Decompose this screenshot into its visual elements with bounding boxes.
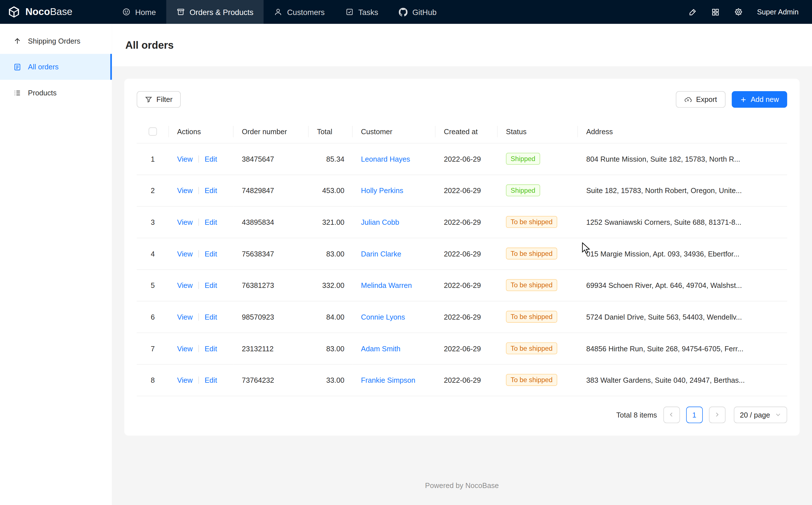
table-row: 4ViewEdit7563834783.00Darin Clarke2022-0…	[137, 238, 787, 270]
view-link[interactable]: View	[177, 186, 193, 194]
table-row: 1ViewEdit3847564785.34Leonard Hayes2022-…	[137, 143, 787, 175]
orders-table-body: 1ViewEdit3847564785.34Leonard Hayes2022-…	[137, 143, 787, 396]
customer-link[interactable]: Frankie Simpson	[361, 376, 415, 384]
orders-card: Filter Export Add	[124, 79, 800, 436]
filter-icon	[145, 96, 153, 103]
created-at-cell: 2022-06-29	[436, 143, 498, 175]
add-new-button-label: Add new	[751, 96, 779, 104]
created-at-cell: 2022-06-29	[436, 175, 498, 206]
address-cell: 1252 Swaniawski Corners, Suite 688, 8137…	[578, 206, 787, 238]
status-cell: Shipped	[498, 175, 578, 206]
action-divider	[198, 281, 199, 289]
created-at-cell: 2022-06-29	[436, 333, 498, 364]
chevron-right-icon	[714, 412, 720, 417]
nav-item-home[interactable]: Home	[112, 0, 166, 24]
table-row: 5ViewEdit76381273332.00Melinda Warren202…	[137, 269, 787, 301]
pagination: Total 8 items 1 20 / page	[137, 406, 787, 423]
sidebar-item-shipping-orders[interactable]: Shipping Orders	[0, 28, 112, 54]
github-icon	[399, 8, 408, 16]
sidebar-item-all-orders[interactable]: All orders	[0, 54, 112, 79]
next-page-button[interactable]	[709, 406, 726, 423]
column-header-customer: Customer	[353, 120, 436, 143]
view-link[interactable]: View	[177, 376, 193, 384]
customer-link[interactable]: Connie Lyons	[361, 313, 405, 321]
customer-cell: Julian Cobb	[353, 206, 436, 238]
add-new-button[interactable]: Add new	[731, 91, 787, 108]
order-number-cell: 73764232	[234, 364, 309, 396]
status-badge: To be shipped	[506, 342, 557, 354]
view-link[interactable]: View	[177, 249, 193, 258]
edit-link[interactable]: Edit	[205, 281, 217, 289]
edit-link[interactable]: Edit	[205, 249, 217, 258]
customer-link[interactable]: Holly Perkins	[361, 186, 403, 194]
page-header: All orders	[112, 24, 812, 66]
sidebar-item-label: All orders	[28, 62, 58, 71]
gear-icon[interactable]	[734, 7, 743, 17]
edit-link[interactable]: Edit	[205, 344, 217, 352]
filter-button[interactable]: Filter	[137, 91, 181, 108]
customer-link[interactable]: Adam Smith	[361, 344, 400, 352]
action-divider	[198, 187, 199, 194]
row-index-cell: 2	[137, 175, 169, 206]
view-link[interactable]: View	[177, 155, 193, 163]
page-size-select[interactable]: 20 / page	[734, 406, 787, 423]
customer-link[interactable]: Darin Clarke	[361, 249, 401, 258]
nav-item-tasks[interactable]: Tasks	[335, 0, 388, 24]
edit-link[interactable]: Edit	[205, 186, 217, 194]
highlighter-icon[interactable]	[688, 8, 697, 16]
row-actions-cell: ViewEdit	[169, 238, 234, 270]
action-divider	[198, 155, 199, 162]
created-at-cell: 2022-06-29	[436, 301, 498, 333]
row-actions-cell: ViewEdit	[169, 143, 234, 175]
total-cell: 83.00	[309, 333, 353, 364]
view-link[interactable]: View	[177, 313, 193, 321]
content-area: Filter Export Add	[112, 66, 812, 505]
order-number-cell: 74829847	[234, 175, 309, 206]
sidebar-item-products[interactable]: Products	[0, 80, 112, 106]
row-index-cell: 4	[137, 238, 169, 270]
total-cell: 85.34	[309, 143, 353, 175]
status-cell: To be shipped	[498, 333, 578, 364]
page-1-button[interactable]: 1	[686, 406, 703, 423]
export-button[interactable]: Export	[676, 91, 726, 108]
prev-page-button[interactable]	[663, 406, 680, 423]
table-row: 2ViewEdit74829847453.00Holly Perkins2022…	[137, 175, 787, 206]
nav-item-orders-products[interactable]: Orders & Products	[166, 0, 264, 24]
row-actions-cell: ViewEdit	[169, 206, 234, 238]
user-menu[interactable]: Super Admin	[757, 8, 799, 16]
list-icon	[14, 89, 21, 97]
address-cell: Suite 182, 15783, North Robert, Oregon, …	[578, 175, 787, 206]
edit-link[interactable]: Edit	[205, 313, 217, 321]
nav-item-label: Customers	[287, 8, 325, 16]
select-all-checkbox[interactable]	[149, 127, 157, 136]
table-header: Actions Order number Total Customer Crea…	[137, 120, 787, 143]
logo-cube-icon	[7, 5, 21, 19]
nocobase-logo[interactable]: NocoBase	[0, 0, 112, 24]
row-index-cell: 5	[137, 269, 169, 301]
row-actions-cell: ViewEdit	[169, 301, 234, 333]
view-link[interactable]: View	[177, 344, 193, 352]
address-cell: 383 Walter Gardens, Suite 040, 24947, Be…	[578, 364, 787, 396]
sidebar-item-label: Products	[28, 89, 57, 97]
view-link[interactable]: View	[177, 218, 193, 226]
row-actions-cell: ViewEdit	[169, 269, 234, 301]
nav-item-customers[interactable]: Customers	[264, 0, 335, 24]
edit-link[interactable]: Edit	[205, 376, 217, 384]
order-number-cell: 38475647	[234, 143, 309, 175]
status-cell: To be shipped	[498, 269, 578, 301]
customer-cell: Melinda Warren	[353, 269, 436, 301]
customer-link[interactable]: Leonard Hayes	[361, 155, 410, 163]
total-cell: 84.00	[309, 301, 353, 333]
edit-link[interactable]: Edit	[205, 218, 217, 226]
customer-link[interactable]: Melinda Warren	[361, 281, 412, 289]
grid-icon[interactable]	[711, 8, 720, 16]
toolbar-right: Export Add new	[676, 91, 787, 108]
customer-link[interactable]: Julian Cobb	[361, 218, 399, 226]
page-title: All orders	[125, 39, 174, 51]
total-cell: 33.00	[309, 364, 353, 396]
column-header-created-at: Created at	[436, 120, 498, 143]
view-link[interactable]: View	[177, 281, 193, 289]
edit-link[interactable]: Edit	[205, 155, 217, 163]
nav-item-github[interactable]: GitHub	[388, 0, 447, 24]
row-index-cell: 6	[137, 301, 169, 333]
